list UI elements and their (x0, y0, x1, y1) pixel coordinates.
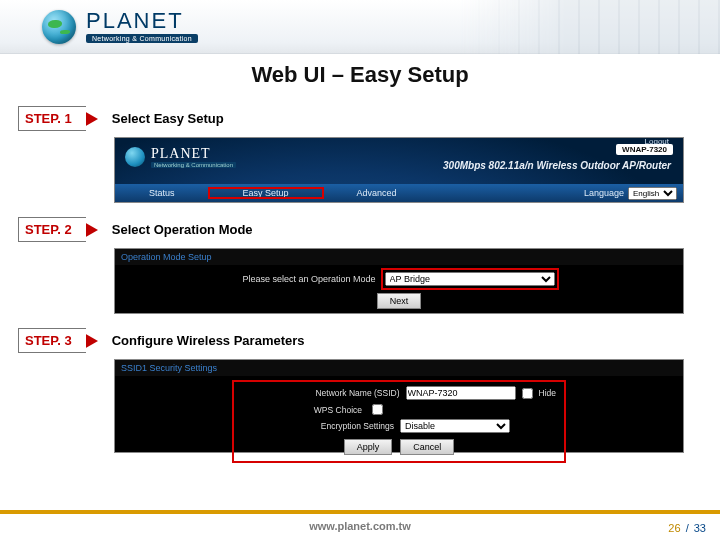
op-mode-header: Operation Mode Setup (115, 249, 683, 265)
page-total: 33 (694, 522, 706, 534)
language-select[interactable]: English (628, 187, 677, 200)
hide-label: Hide (539, 388, 556, 398)
step-2-label: STEP. 2 (18, 217, 86, 242)
page-sep: / (684, 522, 691, 534)
wireless-form-highlight: Network Name (SSID) Hide WPS Choice Encr… (234, 382, 564, 461)
step-3-label: STEP. 3 (18, 328, 86, 353)
op-mode-select[interactable]: AP Bridge (385, 272, 555, 286)
arrow-right-icon (84, 111, 98, 127)
step-1-title: Select Easy Setup (112, 111, 224, 126)
ssid-input[interactable] (406, 386, 516, 400)
step-2-title: Select Operation Mode (112, 222, 253, 237)
step-row-1: STEP. 1 Select Easy Setup (18, 106, 702, 131)
next-button[interactable]: Next (377, 293, 422, 309)
encryption-label: Encryption Settings (274, 421, 394, 431)
model-badge: WNAP-7320 (616, 144, 673, 155)
page-current: 26 (668, 522, 680, 534)
op-mode-row: Please select an Operation Mode AP Bridg… (242, 271, 555, 287)
brand-tagline: Networking & Communication (86, 34, 198, 43)
language-label: Language (584, 188, 624, 198)
arrow-right-icon (84, 333, 98, 349)
tab-advanced[interactable]: Advanced (323, 188, 431, 198)
mini-brand: PLANET Networking & Communication (125, 146, 236, 168)
product-line: 300Mbps 802.11a/n Wireless Outdoor AP/Ro… (443, 160, 671, 171)
apply-button[interactable]: Apply (344, 439, 393, 455)
ssid-row: Network Name (SSID) Hide (242, 386, 556, 400)
content-area: STEP. 1 Select Easy Setup Logout WNAP-73… (0, 88, 720, 453)
brand-block: PLANET Networking & Communication (86, 10, 198, 43)
language-selector-group: Language English (584, 187, 683, 200)
step-1-label: STEP. 1 (18, 106, 86, 131)
globe-icon (125, 147, 145, 167)
device-navbar: Status Easy Setup Advanced Language Engl… (115, 184, 683, 202)
arrow-right-icon (84, 222, 98, 238)
op-mode-body: Please select an Operation Mode AP Bridg… (115, 265, 683, 309)
screenshot-easy-setup-nav: Logout WNAP-7320 PLANET Networking & Com… (114, 137, 684, 203)
slide-header: PLANET Networking & Communication (0, 0, 720, 54)
slide-title: Web UI – Easy Setup (0, 62, 720, 88)
footer-url: www.planet.com.tw (0, 520, 720, 532)
ssid-label: Network Name (SSID) (280, 388, 400, 398)
hide-ssid-checkbox[interactable] (522, 388, 533, 399)
encryption-row: Encryption Settings Disable (242, 419, 556, 433)
tab-easy-setup[interactable]: Easy Setup (209, 188, 323, 198)
cancel-button[interactable]: Cancel (400, 439, 454, 455)
brand-name: PLANET (86, 10, 198, 32)
page-indicator: 26 / 33 (668, 522, 706, 534)
step-row-3: STEP. 3 Configure Wireless Parameters (18, 328, 702, 353)
op-mode-prompt: Please select an Operation Mode (242, 274, 375, 284)
footer-divider (0, 510, 720, 514)
screenshot-operation-mode: Operation Mode Setup Please select an Op… (114, 248, 684, 314)
form-button-row: Apply Cancel (242, 439, 556, 455)
encryption-select[interactable]: Disable (400, 419, 510, 433)
globe-icon (42, 10, 76, 44)
step-row-2: STEP. 2 Select Operation Mode (18, 217, 702, 242)
screenshot-wireless-params: SSID1 Security Settings Network Name (SS… (114, 359, 684, 453)
mini-brand-name: PLANET (151, 146, 236, 162)
wps-label: WPS Choice (242, 405, 362, 415)
header-bg-pattern (460, 0, 720, 54)
ssid-header: SSID1 Security Settings (115, 360, 683, 376)
op-mode-highlight: AP Bridge (384, 271, 556, 287)
wps-row: WPS Choice (242, 404, 556, 415)
mini-brand-tag: Networking & Communication (151, 162, 236, 168)
step-3-title: Configure Wireless Parameters (112, 333, 305, 348)
tab-status[interactable]: Status (115, 188, 209, 198)
wps-checkbox[interactable] (372, 404, 383, 415)
